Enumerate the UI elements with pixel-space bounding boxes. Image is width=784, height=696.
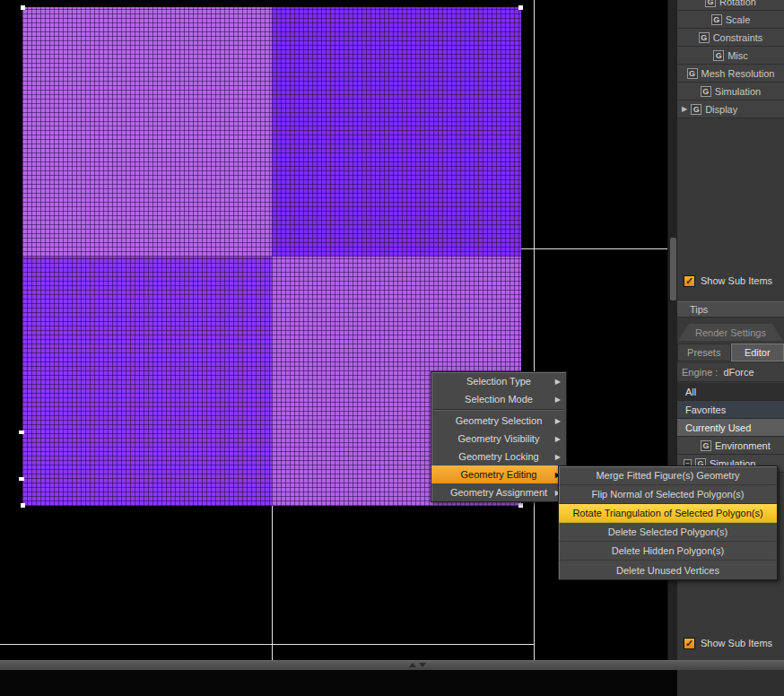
param-group-label: Display bbox=[705, 104, 737, 115]
tips-button[interactable]: Tips bbox=[677, 301, 784, 318]
render-settings-title: Render Settings bbox=[695, 327, 766, 338]
submenu-item-delete-selected[interactable]: Delete Selected Polygon(s) bbox=[559, 523, 777, 542]
menu-item-label: Selection Mode bbox=[465, 394, 533, 405]
show-sub-items-label: Show Sub Items bbox=[701, 638, 772, 648]
grid-line-horizontal bbox=[521, 248, 667, 249]
menu-item-geometry-editing[interactable]: Geometry Editing ▶ bbox=[431, 465, 566, 483]
menu-item-geometry-selection[interactable]: Geometry Selection ▶ bbox=[431, 412, 566, 430]
group-icon: G bbox=[687, 68, 698, 79]
param-group-label: Mesh Resolution bbox=[701, 68, 775, 79]
menu-item-label: Geometry Editing bbox=[461, 469, 537, 480]
selection-handle bbox=[518, 5, 523, 10]
submenu-item-label: Rotate Triangulation of Selected Polygon… bbox=[572, 508, 762, 518]
menu-item-selection-mode[interactable]: Selection Mode ▶ bbox=[431, 390, 566, 408]
group-icon: G bbox=[701, 440, 711, 451]
param-group-label: Scale bbox=[726, 14, 751, 25]
menu-item-label: Geometry Selection bbox=[456, 415, 543, 426]
parameter-groups: G Rotation G Scale G Constraints G Misc … bbox=[677, 0, 784, 118]
scrollbar-thumb[interactable] bbox=[670, 238, 676, 300]
bottom-splitter-bar[interactable] bbox=[0, 660, 784, 670]
bottom-right-area bbox=[677, 670, 784, 696]
filter-row-environment[interactable]: G Environment bbox=[677, 437, 784, 455]
submenu-item-delete-unused-vertices[interactable]: Delete Unused Vertices bbox=[559, 561, 777, 579]
submenu-arrow-icon: ▶ bbox=[555, 396, 561, 404]
tab-presets[interactable]: Presets bbox=[677, 344, 731, 361]
param-group-label: Simulation bbox=[715, 86, 761, 97]
menu-item-geometry-locking[interactable]: Geometry Locking ▶ bbox=[431, 448, 566, 465]
splitter-grip-icon[interactable] bbox=[409, 663, 426, 667]
group-icon: G bbox=[701, 86, 711, 97]
submenu-item-label: Delete Unused Vertices bbox=[616, 565, 719, 576]
filter-label: Environment bbox=[715, 440, 771, 451]
arrow-up-icon bbox=[409, 663, 416, 667]
group-icon: G bbox=[711, 14, 722, 25]
checkbox-checked-icon[interactable]: ✓ bbox=[684, 638, 695, 649]
expand-arrow-icon[interactable]: ▶ bbox=[682, 105, 687, 113]
submenu-item-label: Delete Hidden Polygon(s) bbox=[612, 545, 724, 556]
menu-item-geometry-visibility[interactable]: Geometry Visibility ▶ bbox=[431, 430, 566, 448]
geometry-editing-submenu: Merge Fitted Figure(s) Geometry Flip Nor… bbox=[558, 465, 778, 580]
group-icon: G bbox=[691, 104, 701, 115]
tab-label: Editor bbox=[745, 347, 771, 358]
filter-label: All bbox=[685, 387, 696, 397]
filter-row-favorites[interactable]: Favorites bbox=[677, 401, 784, 419]
selection-handle bbox=[21, 5, 25, 10]
submenu-arrow-icon: ▶ bbox=[555, 453, 561, 461]
filter-label: Currently Used bbox=[685, 422, 751, 433]
group-icon: G bbox=[705, 0, 716, 7]
param-group-scale[interactable]: G Scale bbox=[677, 11, 784, 29]
param-group-rotation[interactable]: G Rotation bbox=[677, 0, 784, 11]
param-group-constraints[interactable]: G Constraints bbox=[677, 29, 784, 47]
checkbox-checked-icon[interactable]: ✓ bbox=[684, 275, 695, 287]
mesh-quadrant-bottom-left[interactable] bbox=[22, 257, 272, 506]
filter-row-all[interactable]: All bbox=[677, 383, 784, 401]
submenu-item-flip-normal[interactable]: Flip Normal of Selected Polygon(s) bbox=[559, 485, 777, 504]
param-group-label: Rotation bbox=[719, 0, 756, 7]
show-sub-items-bottom[interactable]: ✓ Show Sub Items bbox=[677, 634, 784, 652]
show-sub-items-top[interactable]: ✓ Show Sub Items bbox=[677, 272, 784, 290]
submenu-item-label: Flip Normal of Selected Polygon(s) bbox=[592, 489, 745, 500]
submenu-item-merge-fitted[interactable]: Merge Fitted Figure(s) Geometry bbox=[559, 466, 777, 485]
show-sub-items-label: Show Sub Items bbox=[701, 275, 772, 286]
param-group-simulation[interactable]: G Simulation bbox=[677, 83, 784, 100]
selection-handle bbox=[518, 503, 523, 508]
submenu-arrow-icon: ▶ bbox=[555, 378, 561, 386]
grid-line-vertical bbox=[272, 506, 273, 660]
app-window: G Rotation G Scale G Constraints G Misc … bbox=[0, 0, 784, 696]
render-settings-tabs: Presets Editor bbox=[677, 344, 784, 361]
menu-separator bbox=[433, 409, 564, 411]
mesh-quadrant-top-left[interactable] bbox=[22, 7, 272, 257]
engine-value: dForce bbox=[723, 367, 754, 378]
tab-editor[interactable]: Editor bbox=[731, 344, 784, 361]
engine-selector[interactable]: Engine : dForce bbox=[677, 363, 784, 382]
context-menu: Selection Type ▶ Selection Mode ▶ Geomet… bbox=[431, 371, 567, 502]
submenu-item-delete-hidden[interactable]: Delete Hidden Polygon(s) bbox=[559, 542, 777, 561]
menu-item-label: Geometry Assignment bbox=[450, 487, 547, 498]
arrow-down-icon bbox=[419, 663, 426, 667]
submenu-arrow-icon: ▶ bbox=[555, 435, 561, 443]
engine-label: Engine : bbox=[682, 367, 718, 378]
filter-row-currently-used[interactable]: Currently Used bbox=[677, 419, 784, 437]
bottom-left-area bbox=[0, 670, 677, 696]
tips-label: Tips bbox=[690, 304, 708, 315]
param-group-mesh-resolution[interactable]: G Mesh Resolution bbox=[677, 65, 784, 83]
mesh-quadrant-top-right[interactable] bbox=[272, 7, 521, 257]
filter-list: All Favorites Currently Used G Environme… bbox=[677, 383, 784, 473]
param-group-label: Misc bbox=[727, 50, 748, 61]
submenu-item-label: Delete Selected Polygon(s) bbox=[608, 526, 727, 537]
grid-line-horizontal bbox=[0, 644, 535, 645]
tab-label: Presets bbox=[687, 347, 720, 358]
menu-item-geometry-assignment[interactable]: Geometry Assignment ▶ bbox=[431, 483, 566, 501]
menu-item-label: Selection Type bbox=[466, 376, 531, 387]
grid-line-vertical bbox=[534, 0, 535, 660]
group-icon: G bbox=[713, 50, 724, 61]
param-group-label: Constraints bbox=[713, 32, 763, 43]
selection-handle bbox=[19, 477, 24, 481]
submenu-item-rotate-triangulation[interactable]: Rotate Triangulation of Selected Polygon… bbox=[559, 504, 777, 523]
param-group-display[interactable]: ▶ G Display bbox=[677, 100, 784, 118]
selection-handle bbox=[19, 431, 24, 434]
render-settings-pane-tab[interactable]: Render Settings bbox=[678, 324, 783, 341]
param-group-misc[interactable]: G Misc bbox=[677, 47, 784, 65]
submenu-item-label: Merge Fitted Figure(s) Geometry bbox=[596, 470, 739, 481]
menu-item-selection-type[interactable]: Selection Type ▶ bbox=[431, 372, 566, 390]
